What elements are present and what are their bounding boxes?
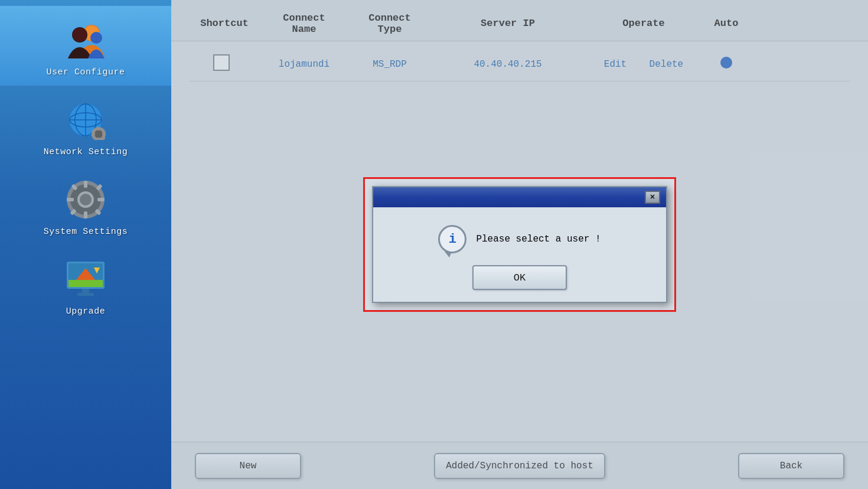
network-setting-label: Network Setting — [44, 147, 128, 157]
dialog-overlay: × i Please select a user ! OK — [171, 0, 868, 489]
info-icon: i — [438, 225, 466, 253]
svg-rect-34 — [68, 280, 103, 287]
svg-rect-36 — [82, 289, 89, 294]
system-settings-icon — [59, 176, 112, 223]
svg-rect-16 — [102, 133, 106, 135]
svg-rect-14 — [97, 138, 100, 140]
sidebar-item-user-configure[interactable]: User Configure — [0, 6, 171, 86]
dialog-message-row: i Please select a user ! — [438, 225, 601, 253]
svg-rect-37 — [77, 293, 94, 296]
svg-rect-25 — [97, 198, 105, 201]
sidebar-item-network-setting[interactable]: Network Setting — [0, 86, 171, 165]
dialog-close-button[interactable]: × — [645, 191, 660, 204]
svg-rect-13 — [97, 127, 100, 131]
sidebar-item-system-settings[interactable]: System Settings — [0, 165, 171, 245]
svg-rect-23 — [84, 211, 87, 219]
svg-point-3 — [73, 28, 87, 42]
svg-rect-24 — [67, 198, 74, 201]
user-configure-icon — [59, 17, 112, 64]
dialog-window: × i Please select a user ! OK — [372, 186, 667, 303]
upgrade-label: Upgrade — [66, 307, 106, 317]
network-setting-icon — [59, 96, 112, 144]
dialog-highlight-border: × i Please select a user ! OK — [363, 177, 676, 312]
upgrade-icon — [59, 256, 112, 303]
system-settings-label: System Settings — [44, 227, 128, 237]
svg-point-4 — [90, 32, 102, 44]
sidebar: User Configure Networ — [0, 0, 171, 489]
dialog-ok-button[interactable]: OK — [472, 265, 567, 290]
svg-rect-22 — [84, 181, 87, 188]
dialog-message: Please select a user ! — [476, 234, 601, 244]
dialog-body: i Please select a user ! OK — [373, 207, 666, 302]
main-content: Shortcut ConnectName ConnectType Server … — [171, 0, 868, 489]
sidebar-item-upgrade[interactable]: Upgrade — [0, 245, 171, 325]
dialog-titlebar: × — [373, 187, 666, 207]
svg-rect-15 — [92, 133, 95, 135]
user-configure-label: User Configure — [46, 67, 125, 77]
svg-point-12 — [94, 130, 103, 138]
svg-point-30 — [80, 194, 92, 206]
